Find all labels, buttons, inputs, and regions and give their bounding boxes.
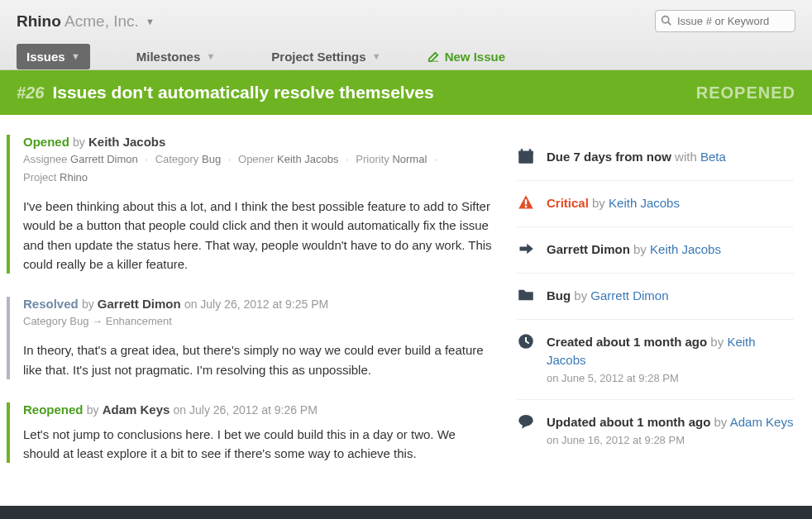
new-issue-button[interactable]: New Issue <box>427 50 505 64</box>
tab-label: Project Settings <box>271 50 365 64</box>
project-name: Rhino <box>17 12 61 30</box>
issue-title: Issues don't automatically resolve thems… <box>52 83 433 102</box>
comment-meta: Assignee Garrett Dimon · Category Bug · … <box>23 150 492 187</box>
speech-bubble-icon <box>517 413 535 432</box>
sidebar-created: Created about 1 month ago by Keith Jacob… <box>517 320 794 400</box>
comment-body: Let's not jump to conclusions here. I be… <box>23 425 492 464</box>
breadcrumb[interactable]: Rhino Acme, Inc. ▼ <box>17 12 155 31</box>
comment-date: on July 26, 2012 at 9:26 PM <box>174 403 318 417</box>
comment-author[interactable]: Adam Keys <box>103 402 170 417</box>
tab-project-settings[interactable]: Project Settings ▼ <box>261 44 390 69</box>
comment-status: Opened <box>23 135 69 149</box>
arrow-right-icon <box>517 240 535 260</box>
updated-date: on June 16, 2012 at 9:28 PM <box>547 433 794 449</box>
assignee-name: Garrett Dimon <box>547 242 630 256</box>
search-icon <box>661 14 671 26</box>
issue-number: #26 <box>17 83 44 102</box>
by-text: by <box>87 403 99 417</box>
tab-milestones[interactable]: Milestones ▼ <box>127 44 226 69</box>
comment-header: Resolved by Garrett Dimon on July 26, 20… <box>23 297 492 311</box>
svg-point-9 <box>518 415 533 426</box>
sidebar-priority: Critical by Keith Jacobs <box>517 181 794 227</box>
tab-issues[interactable]: Issues ▼ <box>17 44 90 69</box>
svg-rect-5 <box>529 149 532 152</box>
svg-rect-4 <box>521 149 523 152</box>
org-name: Acme, Inc. <box>64 12 139 30</box>
created-date: on June 5, 2012 at 9:28 PM <box>547 371 794 387</box>
comments-column: Opened by Keith Jacobs Assignee Garrett … <box>0 115 510 506</box>
user-link[interactable]: Keith Jacobs <box>609 196 680 210</box>
comment-date: on July 26, 2012 at 9:25 PM <box>184 298 328 311</box>
chevron-down-icon: ▼ <box>146 17 155 26</box>
sidebar-updated: Updated about 1 month ago by Adam Keys o… <box>517 400 794 462</box>
comment-header: Opened by Keith Jacobs <box>23 135 492 149</box>
comment-body: I've been thinking about this a lot, and… <box>23 197 492 274</box>
edit-icon <box>427 50 440 64</box>
tab-label: Issues <box>26 50 65 64</box>
comment-change: Category Bug → Enhancement <box>23 312 492 331</box>
due-text: Due 7 days from now <box>547 150 671 164</box>
comment-body: In theory, that's a great idea, but ther… <box>23 340 492 379</box>
comment-opened: Opened by Keith Jacobs Assignee Garrett … <box>7 135 510 274</box>
category-label: Bug <box>547 288 571 302</box>
nav-tabs: Issues ▼ Milestones ▼ Project Settings ▼… <box>17 44 795 69</box>
milestone-link[interactable]: Beta <box>700 150 726 164</box>
updated-text: Updated about 1 month ago <box>547 415 710 429</box>
comment-author[interactable]: Garrett Dimon <box>98 297 181 311</box>
header: Rhino Acme, Inc. ▼ Issues ▼ Milestones ▼ <box>0 0 812 70</box>
search-wrap <box>655 10 795 32</box>
svg-point-0 <box>662 17 669 23</box>
chevron-down-icon: ▼ <box>372 51 381 61</box>
comment-resolved: Resolved by Garrett Dimon on July 26, 20… <box>7 297 510 379</box>
tab-label: Milestones <box>136 50 201 64</box>
comment-status: Resolved <box>23 297 79 311</box>
warning-icon <box>517 194 535 213</box>
comment-status: Reopened <box>23 402 84 417</box>
svg-rect-6 <box>525 199 528 204</box>
user-link[interactable]: Adam Keys <box>730 415 794 429</box>
new-issue-label: New Issue <box>445 50 505 64</box>
comment-reopened: Reopened by Adam Keys on July 26, 2012 a… <box>7 402 510 464</box>
sidebar-assignee: Garrett Dimon by Keith Jacobs <box>517 227 794 274</box>
calendar-icon <box>517 148 535 167</box>
svg-line-1 <box>668 22 671 25</box>
folder-icon <box>517 287 535 306</box>
sidebar-category: Bug by Garrett Dimon <box>517 274 794 320</box>
created-text: Created about 1 month ago <box>547 335 707 349</box>
comment-header: Reopened by Adam Keys on July 26, 2012 a… <box>23 402 492 417</box>
sidebar-due: Due 7 days from now with Beta <box>517 135 794 181</box>
user-link[interactable]: Keith Jacobs <box>650 242 721 256</box>
chevron-down-icon: ▼ <box>206 51 215 61</box>
clock-icon <box>517 333 535 352</box>
svg-rect-7 <box>525 206 528 208</box>
by-text: by <box>82 298 94 311</box>
by-text: by <box>73 136 85 149</box>
sidebar: Due 7 days from now with Beta Critical b… <box>510 115 812 506</box>
search-input[interactable] <box>655 10 795 32</box>
title-bar: #26 Issues don't automatically resolve t… <box>0 70 812 115</box>
comment-author[interactable]: Keith Jacobs <box>88 135 165 149</box>
user-link[interactable]: Garrett Dimon <box>590 288 668 302</box>
chevron-down-icon: ▼ <box>71 51 80 61</box>
issue-status: REOPENED <box>696 83 795 102</box>
priority-label: Critical <box>547 196 589 210</box>
